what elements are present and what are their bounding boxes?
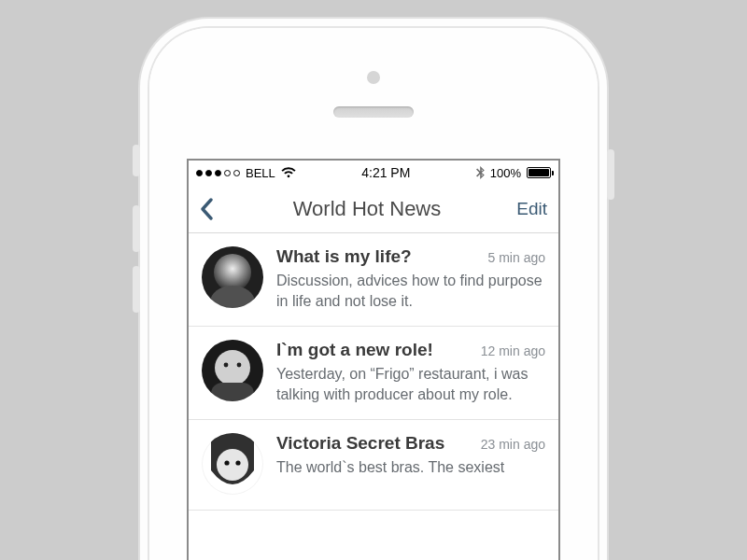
list-item[interactable]: What is my life? 5 min ago Discussion, a…: [189, 233, 558, 327]
front-camera: [367, 71, 380, 84]
power-button: [607, 149, 614, 200]
item-time: 23 min ago: [481, 437, 545, 452]
list-item[interactable]: Victoria Secret Bras 23 min ago The worl…: [189, 420, 558, 511]
status-right: 100%: [476, 166, 551, 180]
avatar: [202, 433, 263, 495]
page-title: World Hot News: [293, 197, 442, 221]
item-desc: Discussion, advices how to find purpose …: [276, 271, 545, 311]
avatar: [202, 340, 263, 401]
signal-strength-icon: [196, 170, 240, 176]
edit-button[interactable]: Edit: [504, 199, 547, 219]
avatar: [202, 246, 263, 308]
item-title: Victoria Secret Bras: [276, 433, 444, 454]
back-button[interactable]: [200, 198, 230, 220]
nav-bar: World Hot News Edit: [189, 185, 558, 233]
item-time: 12 min ago: [481, 343, 545, 358]
battery-icon: [527, 167, 551, 178]
status-bar: BELL 4:21 PM 100%: [189, 161, 558, 185]
volume-down-button: [133, 266, 140, 313]
item-desc: The world`s best bras. The sexiest: [276, 457, 545, 478]
battery-percent: 100%: [490, 166, 521, 180]
item-title: What is my life?: [276, 246, 412, 267]
status-left: BELL: [196, 166, 296, 180]
list-item[interactable]: I`m got a new role! 12 min ago Yesterday…: [189, 327, 558, 420]
screen: BELL 4:21 PM 100%: [187, 159, 560, 560]
item-time: 5 min ago: [488, 250, 545, 265]
news-list[interactable]: What is my life? 5 min ago Discussion, a…: [189, 233, 558, 511]
wifi-icon: [281, 167, 296, 178]
item-title: I`m got a new role!: [276, 340, 433, 360]
chevron-left-icon: [200, 198, 214, 220]
bluetooth-icon: [476, 166, 485, 179]
mute-switch: [133, 145, 140, 176]
phone-frame: BELL 4:21 PM 100%: [149, 28, 598, 560]
item-desc: Yesterday, on “Frigo” restaurant, i was …: [276, 364, 545, 404]
volume-up-button: [133, 205, 140, 252]
carrier-label: BELL: [246, 166, 275, 180]
earpiece-speaker: [333, 106, 414, 118]
status-time: 4:21 PM: [361, 165, 410, 180]
